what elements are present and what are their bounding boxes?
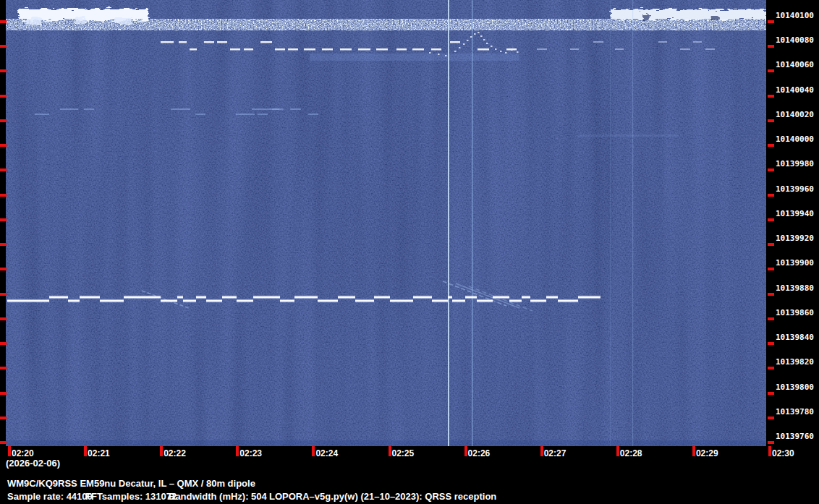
freq-axis-label: 10140000 xyxy=(776,134,819,145)
fft-samples-label: FFTsamples: 131072 xyxy=(85,491,177,502)
scatter-dot xyxy=(470,36,472,38)
time-axis-label: 02:22 xyxy=(164,448,186,458)
freq-axis-tick-right xyxy=(768,218,774,221)
scatter-dot xyxy=(463,43,465,45)
fskcw-dash xyxy=(179,41,187,43)
qrss-fskcw-trace xyxy=(355,300,374,302)
freq-axis-tick-left xyxy=(0,417,7,419)
freq-axis-label: 10140040 xyxy=(776,85,819,95)
fskcw-dash xyxy=(431,48,441,51)
scatter-dot xyxy=(467,40,469,41)
freq-axis-tick-left xyxy=(0,20,7,23)
freq-axis-tick-left xyxy=(0,243,7,246)
fskcw-dash-dim xyxy=(705,48,715,50)
qrss-fskcw-trace xyxy=(237,300,253,302)
freq-axis-tick-right xyxy=(768,441,774,444)
qrss-fskcw-trace xyxy=(124,296,161,299)
time-axis-tick xyxy=(312,446,315,456)
freq-axis-tick-right xyxy=(768,367,774,370)
qrss-fskcw-trace xyxy=(294,296,318,299)
vertical-carrier-line xyxy=(448,0,449,446)
freq-axis-tick-right xyxy=(768,119,774,122)
freq-axis-tick-left xyxy=(0,144,7,147)
freq-axis-label: 10139860 xyxy=(776,308,819,318)
freq-axis-tick-right xyxy=(768,69,774,72)
fskcw-dash-dim xyxy=(615,48,624,50)
station-info-line: WM9C/KQ9RSS EM59nu Decatur, IL – QMX / 8… xyxy=(7,478,255,489)
time-axis-tick xyxy=(464,446,467,456)
qrss-fskcw-trace xyxy=(374,296,390,299)
qrss-fskcw-trace xyxy=(448,296,452,299)
freq-axis-label: 10139760 xyxy=(776,432,819,442)
freq-axis-tick-right xyxy=(768,243,774,246)
vertical-carrier-line xyxy=(632,0,633,446)
qrss-fskcw-trace xyxy=(509,300,522,302)
time-axis-label: 02:28 xyxy=(620,448,642,458)
freq-axis-tick-right xyxy=(768,417,774,419)
freq-axis-label: 10140020 xyxy=(776,110,819,120)
fskcw-dash xyxy=(288,48,298,51)
qrss-fskcw-trace xyxy=(80,296,100,299)
top-saturated-band-left xyxy=(18,9,148,25)
qrss-fskcw-trace xyxy=(338,296,355,299)
freq-axis-label: 10139920 xyxy=(776,234,819,244)
freq-axis-tick-left xyxy=(0,69,7,72)
faint-dash xyxy=(252,108,279,110)
fskcw-dash xyxy=(161,41,174,43)
vertical-carrier-line xyxy=(610,0,611,446)
time-axis-label: 02:30 xyxy=(772,448,794,458)
time-axis-tick xyxy=(616,446,619,456)
qrss-fskcw-trace xyxy=(546,296,558,299)
qrss-fskcw-trace xyxy=(206,300,222,302)
faint-dash xyxy=(236,114,255,115)
scatter-dot xyxy=(429,52,431,54)
freq-axis-label: 10139900 xyxy=(776,258,819,268)
fskcw-dash xyxy=(450,41,460,43)
scatter-dot xyxy=(445,55,447,56)
freq-axis-tick-left xyxy=(0,392,7,395)
freq-axis-tick-right xyxy=(768,95,774,98)
qrss-fskcw-trace xyxy=(578,296,590,299)
time-axis-label: 02:25 xyxy=(392,448,415,458)
freq-axis-tick-left xyxy=(0,293,7,296)
freq-axis-tick-right xyxy=(768,168,774,171)
fskcw-dash xyxy=(478,48,489,51)
fskcw-dash xyxy=(230,48,240,51)
qrss-fskcw-trace xyxy=(530,300,546,302)
faint-dash xyxy=(60,108,78,110)
scatter-dot xyxy=(517,51,519,53)
freq-axis-label: 10139960 xyxy=(776,184,819,195)
freq-axis-tick-left xyxy=(0,342,7,345)
fskcw-dash xyxy=(244,48,253,51)
qrss-fskcw-trace xyxy=(318,300,338,302)
fskcw-dash xyxy=(275,48,285,51)
qrss-fskcw-trace xyxy=(565,300,578,302)
fskcw-dash xyxy=(204,41,214,43)
faint-dash xyxy=(84,108,94,110)
freq-axis-tick-right xyxy=(768,20,774,23)
scatter-dot xyxy=(505,52,507,54)
qrss-fskcw-trace xyxy=(493,296,509,299)
software-version-label: LOPORA–v5g.py(w) (21–10–2023): QRSS rece… xyxy=(269,491,496,502)
scatter-dot xyxy=(474,33,476,35)
freq-axis-label: 10140080 xyxy=(776,35,819,46)
qrss-fskcw-trace xyxy=(196,296,206,299)
time-axis-tick xyxy=(160,446,163,456)
qrss-fskcw-trace xyxy=(68,300,80,302)
time-axis-tick xyxy=(692,446,695,456)
fskcw-dash-dim xyxy=(537,48,547,50)
noise-column-streaks xyxy=(6,0,766,446)
fskcw-dash-dim xyxy=(680,48,690,50)
freq-axis-tick-left xyxy=(0,218,7,221)
qrss-fskcw-trace xyxy=(477,300,493,302)
time-axis-tick xyxy=(236,446,239,456)
freq-axis-label: 10139820 xyxy=(776,357,819,367)
freq-axis-tick-right xyxy=(768,45,774,48)
time-axis-label: 02:29 xyxy=(696,448,718,458)
freq-axis-tick-left xyxy=(0,95,7,98)
noise-fuzz-band xyxy=(6,440,766,446)
freq-axis-tick-right xyxy=(768,268,774,270)
time-axis-tick xyxy=(540,446,543,456)
freq-axis-tick-left xyxy=(0,317,7,320)
qrss-fskcw-trace xyxy=(590,296,601,299)
